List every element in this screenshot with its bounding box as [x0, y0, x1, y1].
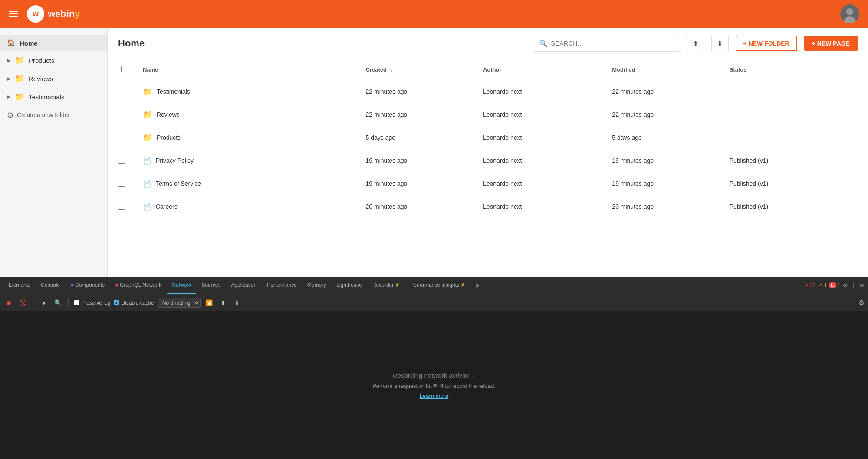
create-folder-button[interactable]: ⊕ Create a new folder — [0, 106, 107, 124]
row-more-actions-icon[interactable]: ⋮ — [840, 200, 856, 213]
new-page-button[interactable]: + NEW PAGE — [804, 36, 858, 51]
preserve-log-checkbox[interactable] — [74, 300, 79, 305]
sidebar: 🏠 Home ▶ 📁 Products ▶ 📁 Reviews ▶ 📁 Test… — [0, 28, 108, 277]
row-more-actions-icon[interactable]: ⋮ — [840, 108, 856, 121]
devtools-settings-icon[interactable]: ⚙ — [842, 282, 848, 289]
table-row: 📄 Careers 20 minutes ago Leonardo next 2… — [108, 195, 868, 218]
item-name-label: Testimonials — [157, 88, 190, 95]
main-area: 🏠 Home ▶ 📁 Products ▶ 📁 Reviews ▶ 📁 Test… — [0, 28, 868, 277]
row-more-actions-icon[interactable]: ⋮ — [840, 154, 856, 167]
learn-more-link[interactable]: Learn more — [420, 393, 448, 399]
status-label: Status — [730, 66, 747, 73]
row-created-cell: 22 minutes ago — [359, 103, 476, 126]
select-all-checkbox[interactable] — [115, 66, 122, 72]
row-select-cell — [108, 195, 136, 218]
new-folder-button[interactable]: + NEW FOLDER — [736, 36, 797, 51]
preserve-log-checkbox-label[interactable]: Preserve log — [74, 300, 110, 306]
download-log-button[interactable]: ⬇ — [232, 298, 242, 308]
row-checkbox[interactable] — [118, 157, 125, 164]
row-more-actions-icon[interactable]: ⋮ — [840, 177, 856, 190]
modified-column-header[interactable]: Modified — [605, 59, 722, 80]
devtools-more-icon[interactable]: ⋮ — [851, 282, 857, 289]
sidebar-item-products[interactable]: ▶ 📁 Products — [0, 51, 107, 69]
tab-elements[interactable]: Elements — [3, 277, 36, 294]
row-actions-cell: ⋮ — [828, 195, 868, 218]
row-created-cell: 22 minutes ago — [359, 80, 476, 103]
content-table: Name Created ↓ Author Modified — [108, 59, 868, 218]
error-x-icon: ✕ — [805, 282, 809, 289]
tab-lighthouse[interactable]: Lighthouse — [331, 277, 367, 294]
sidebar-item-reviews[interactable]: ▶ 📁 Reviews — [0, 69, 107, 88]
row-checkbox[interactable] — [118, 180, 125, 187]
sources-label: Sources — [201, 282, 220, 288]
tab-memory[interactable]: Memory — [302, 277, 331, 294]
page-title: Home — [118, 38, 526, 49]
sidebar-item-home[interactable]: 🏠 Home — [0, 35, 107, 51]
author-column-header[interactable]: Author — [476, 59, 605, 80]
lighthouse-label: Lighthouse — [336, 282, 362, 288]
tab-performance-insights[interactable]: Performance insights ⚡ — [405, 277, 470, 294]
row-more-actions-icon[interactable]: ⋮ — [840, 131, 856, 144]
devtools-close-icon[interactable]: ✕ — [859, 282, 865, 289]
created-column-header[interactable]: Created ↓ — [359, 59, 476, 80]
separator-2 — [68, 298, 69, 307]
row-name-cell: 📁 Testimonials — [136, 80, 359, 103]
devtools-tab-bar: Elements Console ◆ Components ◆ GraphQL … — [0, 277, 868, 294]
status-badge: - — [730, 88, 732, 95]
tab-components[interactable]: ◆ Components — [65, 277, 110, 294]
row-created-cell: 20 minutes ago — [359, 195, 476, 218]
wifi-icon[interactable]: 📶 — [204, 298, 214, 308]
devtools-panel: Elements Console ◆ Components ◆ GraphQL … — [0, 277, 868, 459]
disable-cache-checkbox[interactable] — [114, 300, 119, 305]
sidebar-item-testimonials[interactable]: ▶ 📁 Testimonials — [0, 88, 107, 106]
status-badge: Published (v1) — [730, 180, 769, 187]
disable-cache-checkbox-label[interactable]: Disable cache — [114, 300, 154, 306]
filter-button[interactable]: ▼ — [39, 298, 49, 308]
row-select-cell — [108, 80, 136, 103]
row-status-cell: Published (v1) — [723, 172, 828, 195]
tab-recorder[interactable]: Recorder ⚡ — [367, 277, 405, 294]
more-tabs-icon: » — [476, 282, 479, 289]
row-more-actions-icon[interactable]: ⋮ — [840, 85, 856, 98]
select-all-header — [108, 59, 136, 80]
folder-icon: 📁 — [143, 110, 152, 119]
download-button[interactable]: ⬇ — [711, 35, 729, 52]
upload-log-button[interactable]: ⬆ — [218, 298, 228, 308]
sidebar-products-label: Products — [29, 57, 54, 64]
user-avatar[interactable] — [840, 4, 859, 23]
tab-performance[interactable]: Performance — [262, 277, 302, 294]
throttling-select[interactable]: No throttling Fast 3G Slow 3G Offline — [158, 298, 201, 308]
row-created-cell: 5 days ago — [359, 126, 476, 149]
network-settings-icon[interactable]: ⚙ — [858, 299, 865, 306]
row-checkbox[interactable] — [118, 203, 125, 210]
name-column-header[interactable]: Name — [136, 59, 359, 80]
table-container: Name Created ↓ Author Modified — [108, 59, 868, 277]
tab-network[interactable]: Network — [167, 277, 196, 294]
search-input[interactable] — [551, 40, 674, 47]
row-actions-cell: ⋮ — [828, 80, 868, 103]
upload-button[interactable]: ⬆ — [687, 35, 704, 52]
row-name-cell: 📄 Careers — [136, 195, 359, 218]
row-created-cell: 19 minutes ago — [359, 149, 476, 172]
tab-more[interactable]: » — [470, 277, 484, 294]
item-name-wrapper: 📄 Careers — [143, 203, 352, 211]
page-icon: 📄 — [143, 180, 151, 188]
chevron-right-icon: ▶ — [7, 76, 10, 82]
search-bar[interactable]: 🔍 — [533, 36, 680, 52]
clear-button[interactable]: 🚫 — [17, 298, 28, 308]
tab-graphql[interactable]: ◆ GraphQL Network — [110, 277, 167, 294]
cmd-key: ⌘ R — [433, 383, 443, 389]
sort-arrow-icon: ↓ — [390, 67, 393, 73]
row-actions-cell: ⋮ — [828, 126, 868, 149]
row-select-cell — [108, 149, 136, 172]
record-button[interactable]: ⏺ — [3, 298, 14, 308]
tab-application[interactable]: Application — [226, 277, 262, 294]
search-button[interactable]: 🔍 — [53, 298, 63, 308]
table-row: 📁 Testimonials 22 minutes ago Leonardo n… — [108, 80, 868, 103]
hamburger-menu-icon[interactable] — [9, 11, 18, 17]
status-column-header[interactable]: Status — [723, 59, 828, 80]
tab-sources[interactable]: Sources — [196, 277, 226, 294]
devtools-controls-bar: ⏺ 🚫 ▼ 🔍 Preserve log Disable cache No th… — [0, 294, 868, 311]
tab-console[interactable]: Console — [36, 277, 65, 294]
page-icon: 📄 — [143, 157, 151, 165]
